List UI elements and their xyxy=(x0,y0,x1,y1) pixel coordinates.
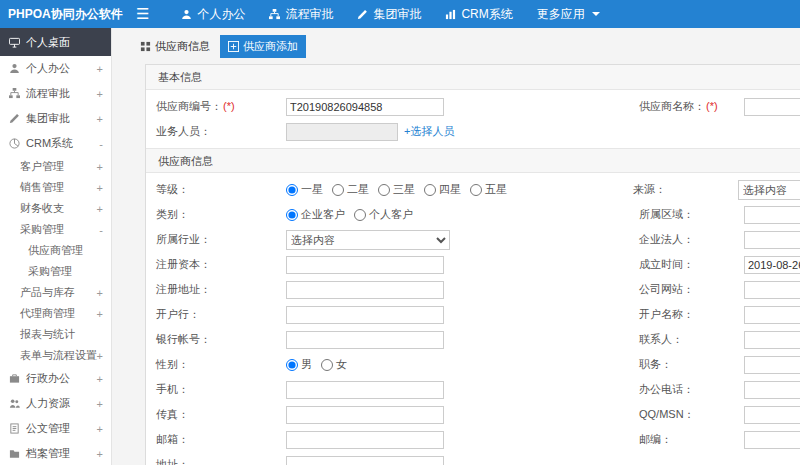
level-radio[interactable] xyxy=(332,184,344,196)
category-radio-option[interactable]: 企业客户 xyxy=(286,207,345,222)
expander[interactable]: - xyxy=(99,224,103,236)
level-radio[interactable] xyxy=(378,184,390,196)
sidebar-item-sales-mgmt[interactable]: 销售管理 + xyxy=(0,177,111,198)
choose-person-link[interactable]: +选择人员 xyxy=(404,124,454,139)
bank-input[interactable] xyxy=(286,306,444,324)
sidebar-item-product-inventory[interactable]: 产品与库存 + xyxy=(0,282,111,303)
mobile-input[interactable] xyxy=(286,381,444,399)
topnav-workflow-approval[interactable]: 流程审批 xyxy=(257,0,345,28)
gender-radio-option[interactable]: 女 xyxy=(321,357,347,372)
field-label: 注册资本： xyxy=(146,257,286,272)
zip-input[interactable] xyxy=(744,431,800,449)
field-label: 成立时间： xyxy=(639,257,744,272)
form-row: 注册资本： 成立时间： xyxy=(146,252,800,277)
category-radio[interactable] xyxy=(286,209,298,221)
pie-chart-icon xyxy=(9,138,20,149)
sidebar-item-agent-mgmt[interactable]: 代理商管理 + xyxy=(0,303,111,324)
region-input[interactable] xyxy=(744,206,800,224)
sidebar-item-purchase-mgmt[interactable]: 采购管理 - xyxy=(0,219,111,240)
category-radio-option[interactable]: 个人客户 xyxy=(354,207,413,222)
category-radio[interactable] xyxy=(354,209,366,221)
topnav-group-approval[interactable]: 集团审批 xyxy=(345,0,433,28)
expander[interactable]: + xyxy=(97,287,103,299)
sidebar-item-personal-office[interactable]: 个人办公 + xyxy=(0,56,111,81)
office-phone-input[interactable] xyxy=(744,381,800,399)
expander[interactable]: + xyxy=(97,448,103,460)
level-radio-option[interactable]: 一星 xyxy=(286,182,323,197)
level-radio[interactable] xyxy=(286,184,298,196)
field-label: 联系人： xyxy=(639,332,744,347)
gender-radio[interactable] xyxy=(286,359,298,371)
field-label: 供应商名称：(*) xyxy=(639,99,744,114)
sidebar-item-label: 个人办公 xyxy=(26,61,70,76)
contact-input[interactable] xyxy=(744,331,800,349)
radio-label: 五星 xyxy=(485,182,507,197)
sidebar-item-group-approval[interactable]: 集团审批 + xyxy=(0,106,111,131)
level-radio[interactable] xyxy=(470,184,482,196)
field-label: 公司网站： xyxy=(639,282,744,297)
expander[interactable]: - xyxy=(99,138,103,150)
expander[interactable]: + xyxy=(97,203,103,215)
topnav-crm-system[interactable]: CRM系统 xyxy=(433,0,524,28)
fax-input[interactable] xyxy=(286,406,444,424)
supplier-no-input[interactable] xyxy=(286,98,444,116)
sidebar-item-purchasing[interactable]: 采购管理 xyxy=(0,261,111,282)
sidebar-item-admin-office[interactable]: 行政办公 + xyxy=(0,366,111,391)
expander[interactable]: + xyxy=(97,423,103,435)
expander[interactable]: + xyxy=(97,113,103,125)
website-input[interactable] xyxy=(744,281,800,299)
form-row: 开户行： 开户名称： xyxy=(146,302,800,327)
tab-supplier-add[interactable]: 供应商添加 xyxy=(220,35,306,58)
tab-supplier-info[interactable]: 供应商信息 xyxy=(132,35,218,58)
form-row: 地址： xyxy=(146,452,800,465)
supplier-name-input[interactable] xyxy=(744,98,800,116)
source-select[interactable]: 选择内容 xyxy=(738,180,800,200)
sidebar-item-crm-system[interactable]: CRM系统 - xyxy=(0,131,111,156)
establish-date-input[interactable] xyxy=(744,256,800,274)
staff-input[interactable] xyxy=(286,123,398,141)
reg-capital-input[interactable] xyxy=(286,256,444,274)
sidebar-item-workflow-approval[interactable]: 流程审批 + xyxy=(0,81,111,106)
sidebar-item-document-mgmt[interactable]: 公文管理 + xyxy=(0,416,111,441)
sidebar-item-hr[interactable]: 人力资源 + xyxy=(0,391,111,416)
expander[interactable]: + xyxy=(97,182,103,194)
sidebar-item-archive-mgmt[interactable]: 档案管理 + xyxy=(0,441,111,465)
expander[interactable]: + xyxy=(97,350,103,362)
sidebar-item-desktop[interactable]: 个人桌面 xyxy=(0,28,111,56)
level-radio[interactable] xyxy=(424,184,436,196)
gender-radio-option[interactable]: 男 xyxy=(286,357,312,372)
sidebar-item-reports-stats[interactable]: 报表与统计 xyxy=(0,324,111,345)
topnav-more-apps[interactable]: 更多应用 xyxy=(525,0,612,28)
expander[interactable]: + xyxy=(97,308,103,320)
sidebar-item-customer-mgmt[interactable]: 客户管理 + xyxy=(0,156,111,177)
menu-toggle-icon[interactable]: ☰ xyxy=(136,5,149,23)
expander[interactable]: + xyxy=(97,161,103,173)
field-label: 等级： xyxy=(146,182,286,197)
main-content: 供应商信息 供应商添加 基本信息 供应商编号：(*) 供应商名称：(*) xyxy=(112,28,800,465)
level-radio-option[interactable]: 五星 xyxy=(470,182,507,197)
sidebar-item-finance[interactable]: 财务收支 + xyxy=(0,198,111,219)
position-input[interactable] xyxy=(744,356,800,374)
account-name-input[interactable] xyxy=(744,306,800,324)
reg-address-input[interactable] xyxy=(286,281,444,299)
expander[interactable]: + xyxy=(97,398,103,410)
field-label: 地址： xyxy=(146,457,286,465)
sidebar-item-supplier-mgmt[interactable]: 供应商管理 xyxy=(0,240,111,261)
sidebar-item-form-flow-settings[interactable]: 表单与流程设置 + xyxy=(0,345,111,366)
industry-select[interactable]: 选择内容 xyxy=(286,230,450,250)
gender-radio[interactable] xyxy=(321,359,333,371)
bank-account-input[interactable] xyxy=(286,331,444,349)
sidebar-item-label: 流程审批 xyxy=(26,86,70,101)
qq-msn-input[interactable] xyxy=(744,406,800,424)
topnav-personal-office[interactable]: 个人办公 xyxy=(169,0,257,28)
email-input[interactable] xyxy=(286,431,444,449)
chevron-down-icon xyxy=(592,12,600,16)
address-input[interactable] xyxy=(286,456,444,465)
level-radio-option[interactable]: 四星 xyxy=(424,182,461,197)
level-radio-option[interactable]: 二星 xyxy=(332,182,369,197)
level-radio-option[interactable]: 三星 xyxy=(378,182,415,197)
expander[interactable]: + xyxy=(97,88,103,100)
legal-person-input[interactable] xyxy=(744,231,800,249)
expander[interactable]: + xyxy=(97,373,103,385)
expander[interactable]: + xyxy=(97,63,103,75)
